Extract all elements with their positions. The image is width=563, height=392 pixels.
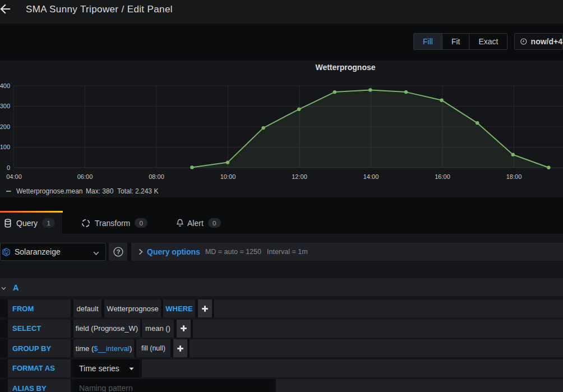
- svg-text:06:00: 06:00: [77, 173, 93, 180]
- svg-text:100: 100: [0, 144, 10, 150]
- svg-text:0: 0: [7, 164, 10, 171]
- svg-text:08:00: 08:00: [149, 173, 164, 180]
- svg-text:Total: 2.243 K: Total: 2.243 K: [117, 187, 158, 195]
- svg-text:400: 400: [0, 82, 10, 89]
- svg-text:16:00: 16:00: [435, 173, 450, 180]
- svg-text:Max: 380: Max: 380: [86, 187, 114, 195]
- svg-text:300: 300: [0, 103, 10, 109]
- svg-text:10:00: 10:00: [220, 173, 236, 180]
- svg-text:14:00: 14:00: [363, 173, 379, 180]
- svg-text:12:00: 12:00: [292, 173, 307, 180]
- svg-text:Wetterprognose: Wetterprognose: [315, 63, 375, 72]
- svg-text:04:00: 04:00: [6, 173, 22, 180]
- svg-text:18:00: 18:00: [506, 173, 522, 180]
- svg-text:200: 200: [0, 123, 10, 130]
- svg-text:Wetterprognose.mean: Wetterprognose.mean: [16, 187, 83, 195]
- svg-text:?: ?: [116, 248, 120, 255]
